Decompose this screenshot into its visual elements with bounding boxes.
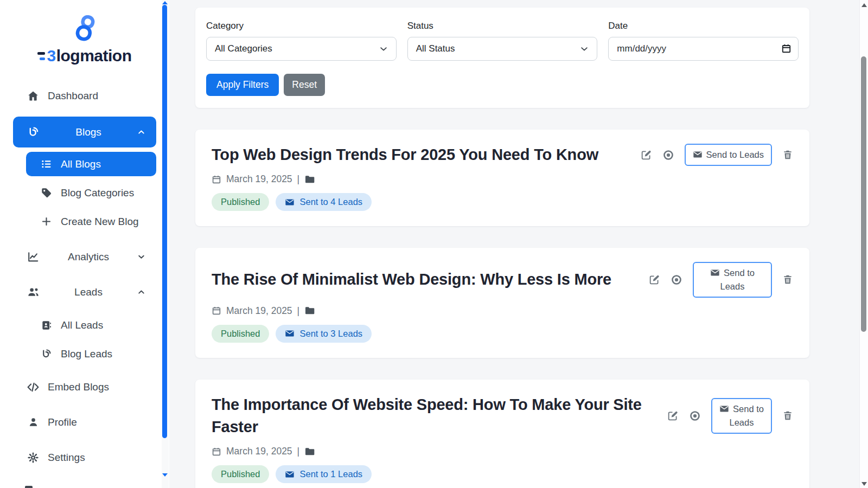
sidebar-scrollbar-thumb[interactable] xyxy=(162,5,167,438)
scroll-down-arrow[interactable] xyxy=(162,473,168,477)
chevron-down-icon xyxy=(379,44,388,54)
chevron-up-icon xyxy=(137,287,146,297)
brand-rest: logmation xyxy=(56,47,132,65)
calendar-icon xyxy=(212,175,221,184)
apply-filters-button[interactable]: Apply Filters xyxy=(206,74,279,96)
list-icon xyxy=(39,158,53,170)
address-book-icon xyxy=(39,320,53,331)
view-eye-icon[interactable] xyxy=(662,149,674,161)
blogmation-logo-icon xyxy=(71,15,99,46)
brand-logo: 3logmation xyxy=(0,15,169,65)
sidebar-item-embed-blogs[interactable]: Embed Blogs xyxy=(13,375,156,399)
sidebar-item-settings[interactable]: Settings xyxy=(13,445,156,470)
gear-icon xyxy=(26,452,40,464)
blog-actions: Send to Leads xyxy=(645,262,793,298)
blog-card: The Rise Of Minimalist Web Design: Why L… xyxy=(195,248,809,358)
sidebar-item-label: All Leads xyxy=(61,319,103,331)
main-content: Category All Categories Status All Statu… xyxy=(169,0,868,488)
sidebar-item-label: Create New Blog xyxy=(61,216,139,228)
envelope-icon xyxy=(285,197,295,207)
home-icon xyxy=(26,90,40,102)
brand-wordmark: 3logmation xyxy=(0,47,169,65)
date-input[interactable] xyxy=(608,37,799,61)
sidebar-item-label: Embed Blogs xyxy=(48,381,109,393)
sidebar-item-label: Blog Categories xyxy=(61,187,134,199)
scroll-up-arrow[interactable] xyxy=(861,3,867,7)
calendar-icon xyxy=(212,447,221,457)
users-icon xyxy=(26,286,40,298)
category-select[interactable]: All Categories xyxy=(206,37,397,61)
sidebar-nav: Dashboard Blogs All Blogs Blog Categorie… xyxy=(0,84,169,470)
category-filter-group: Category All Categories xyxy=(206,21,397,61)
chevron-down-icon xyxy=(137,252,146,261)
sent-leads-badge: Sent to 3 Leads xyxy=(276,325,372,343)
sidebar-item-all-leads[interactable]: All Leads xyxy=(26,313,156,337)
blog-icon xyxy=(26,126,40,138)
envelope-icon xyxy=(693,150,703,159)
sidebar-scrollbar[interactable] xyxy=(162,0,169,488)
scroll-up-arrow[interactable] xyxy=(162,1,168,4)
page-scrollbar[interactable] xyxy=(859,0,868,488)
folder-icon xyxy=(304,446,315,457)
sidebar-item-label: Settings xyxy=(48,452,85,464)
chart-line-icon xyxy=(26,251,40,263)
blog-title: The Rise Of Minimalist Web Design: Why L… xyxy=(212,268,611,291)
status-select[interactable]: All Status xyxy=(407,37,598,61)
sidebar-item-label: Dashboard xyxy=(48,90,98,102)
blog-meta: March 19, 2025 | xyxy=(212,174,793,185)
user-icon xyxy=(26,416,40,428)
calendar-icon xyxy=(212,306,221,316)
meta-separator: | xyxy=(297,174,300,185)
status-selected-value: All Status xyxy=(416,43,455,54)
scroll-down-arrow[interactable] xyxy=(861,482,867,486)
send-to-leads-button[interactable]: Send to Leads xyxy=(711,398,772,434)
sidebar-item-blogs[interactable]: Blogs xyxy=(13,117,156,147)
page-scrollbar-thumb[interactable] xyxy=(861,56,866,332)
partial-nav-icon xyxy=(25,486,33,488)
sidebar-item-label: Blog Leads xyxy=(61,348,112,360)
status-badge: Published xyxy=(212,325,269,343)
blog-badges: Published Sent to 4 Leads xyxy=(212,193,793,211)
sidebar-item-blog-leads[interactable]: Blog Leads xyxy=(26,342,156,366)
code-icon xyxy=(26,381,40,394)
date-label: Date xyxy=(608,21,799,31)
delete-trash-icon[interactable] xyxy=(782,149,793,160)
status-filter-group: Status All Status xyxy=(407,21,598,61)
edit-icon[interactable] xyxy=(667,410,679,422)
blog-date: March 19, 2025 xyxy=(226,446,292,457)
send-to-leads-button[interactable]: Send to Leads xyxy=(693,262,772,298)
reset-button[interactable]: Reset xyxy=(284,74,325,96)
sidebar-item-profile[interactable]: Profile xyxy=(13,410,156,434)
sidebar-item-blog-categories[interactable]: Blog Categories xyxy=(26,181,156,205)
delete-trash-icon[interactable] xyxy=(782,410,793,421)
blog-meta: March 19, 2025 | xyxy=(212,305,793,317)
sidebar-item-label: Leads xyxy=(40,286,137,298)
envelope-icon xyxy=(710,268,720,278)
sent-leads-badge: Sent to 4 Leads xyxy=(276,193,372,211)
view-eye-icon[interactable] xyxy=(671,274,682,286)
edit-icon[interactable] xyxy=(640,149,652,161)
sidebar-item-all-blogs[interactable]: All Blogs xyxy=(26,152,156,176)
sidebar-item-leads[interactable]: Leads xyxy=(13,280,156,304)
blog-badges: Published Sent to 1 Leads xyxy=(212,465,793,483)
chevron-down-icon xyxy=(579,44,589,54)
sidebar-item-dashboard[interactable]: Dashboard xyxy=(13,84,156,108)
view-eye-icon[interactable] xyxy=(689,410,701,422)
tag-icon xyxy=(39,187,53,198)
meta-separator: | xyxy=(297,446,300,457)
sidebar-item-label: All Blogs xyxy=(61,158,101,170)
sidebar-item-label: Profile xyxy=(48,416,77,428)
category-label: Category xyxy=(206,21,397,31)
edit-icon[interactable] xyxy=(648,274,660,286)
blog-card: The Importance Of Website Speed: How To … xyxy=(195,380,809,488)
meta-separator: | xyxy=(297,305,300,317)
send-to-leads-button[interactable]: Send to Leads xyxy=(685,144,772,166)
delete-trash-icon[interactable] xyxy=(782,274,793,285)
category-selected-value: All Categories xyxy=(215,43,272,54)
logo-dashes-decoration xyxy=(37,52,45,60)
sidebar-item-analytics[interactable]: Analytics xyxy=(13,245,156,269)
status-badge: Published xyxy=(212,465,269,483)
blog-date: March 19, 2025 xyxy=(226,305,292,317)
sidebar-item-create-new-blog[interactable]: Create New Blog xyxy=(26,209,156,234)
folder-icon xyxy=(304,174,315,185)
